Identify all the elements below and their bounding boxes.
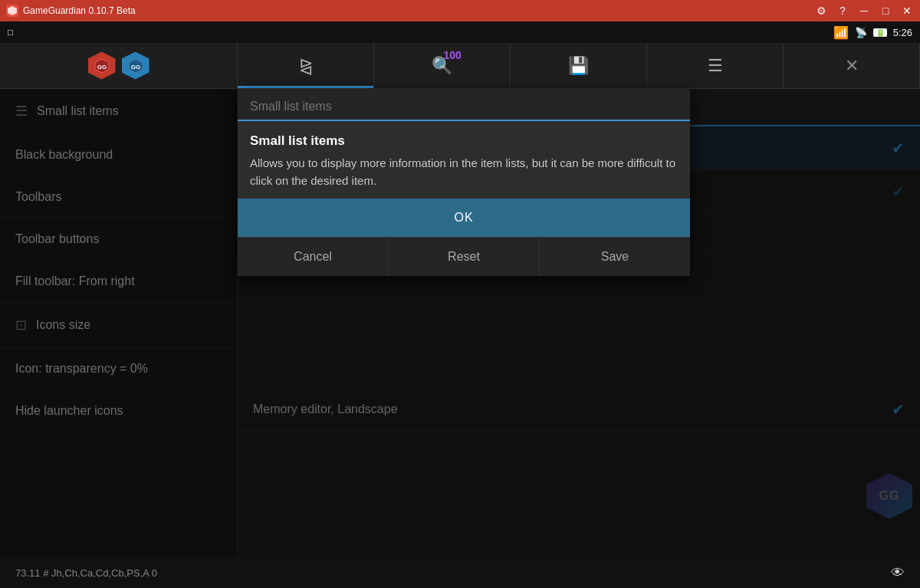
bottom-bar: 73.11 # Jh,Ch,Ca,Cd,Cb,PS,A 0 👁 bbox=[0, 557, 920, 588]
signal-icon: 📡 bbox=[855, 27, 867, 38]
title-bar: GameGuardian 0.10.7 Beta ⚙ ? ─ □ ✕ bbox=[0, 0, 920, 21]
toolbar-logo: GG GG bbox=[0, 43, 238, 88]
svg-marker-0 bbox=[8, 6, 17, 15]
battery-icon: 🔋 bbox=[873, 28, 887, 37]
dialog-title-bar bbox=[238, 89, 690, 121]
close-toolbar-button[interactable]: ✕ bbox=[784, 43, 920, 88]
search-toolbar-button[interactable]: 100 🔍 bbox=[374, 43, 511, 88]
eye-icon[interactable]: 👁 bbox=[891, 565, 905, 581]
app-title: GameGuardian 0.10.7 Beta bbox=[23, 5, 136, 16]
search-badge: 100 bbox=[444, 49, 462, 61]
dialog-content: Small list items Allows you to display m… bbox=[238, 121, 690, 199]
list-icon: ☰ bbox=[708, 56, 723, 76]
dialog-body: Allows you to display more information i… bbox=[250, 155, 678, 189]
status-text: 73.11 # Jh,Ch,Ca,Cd,Cb,PS,A 0 bbox=[15, 567, 157, 579]
dialog-footer: Cancel Reset Save bbox=[238, 237, 690, 276]
dialog-title: Small list items bbox=[250, 133, 678, 149]
dialog-save-button[interactable]: Save bbox=[540, 238, 690, 276]
window-icon: □ bbox=[8, 27, 13, 38]
clock: 5:26 bbox=[893, 27, 912, 38]
list-toolbar-button[interactable]: ☰ bbox=[647, 43, 784, 88]
close-toolbar-icon: ✕ bbox=[845, 56, 859, 76]
main-toolbar: GG GG ⧎ 100 🔍 💾 ☰ ✕ bbox=[0, 43, 920, 89]
dialog-reset-button[interactable]: Reset bbox=[389, 238, 540, 276]
save-icon: 💾 bbox=[568, 56, 589, 76]
status-bar-left: □ bbox=[8, 27, 13, 38]
dialog-search-input[interactable] bbox=[250, 100, 678, 113]
svg-text:GG: GG bbox=[97, 64, 106, 71]
app-icon bbox=[6, 5, 18, 17]
dialog-cancel-button[interactable]: Cancel bbox=[238, 238, 389, 276]
dialog: Small list items Allows you to display m… bbox=[238, 89, 690, 276]
content-area: ☰ Small list items Black background Tool… bbox=[0, 89, 920, 557]
close-icon[interactable]: ✕ bbox=[900, 4, 914, 18]
logo-blue-icon: GG bbox=[122, 52, 150, 80]
wifi-icon: 📶 bbox=[833, 25, 849, 40]
settings-icon[interactable]: ⚙ bbox=[814, 4, 828, 18]
help-icon[interactable]: ? bbox=[836, 4, 849, 18]
window-controls: ⚙ ? ─ □ ✕ bbox=[814, 4, 914, 18]
adjust-toolbar-button[interactable]: ⧎ bbox=[238, 43, 374, 88]
adjust-icon: ⧎ bbox=[299, 56, 313, 76]
svg-text:GG: GG bbox=[130, 64, 140, 71]
title-bar-left: GameGuardian 0.10.7 Beta bbox=[6, 5, 136, 17]
logo-red-icon: GG bbox=[88, 52, 116, 80]
minimize-icon[interactable]: ─ bbox=[857, 4, 871, 18]
status-bar-right: 📶 📡 🔋 5:26 bbox=[833, 25, 912, 40]
maximize-icon[interactable]: □ bbox=[879, 4, 892, 18]
dialog-ok-button[interactable]: OK bbox=[238, 199, 690, 237]
save-toolbar-button[interactable]: 💾 bbox=[511, 43, 647, 88]
status-bar: □ 📶 📡 🔋 5:26 bbox=[0, 21, 920, 43]
